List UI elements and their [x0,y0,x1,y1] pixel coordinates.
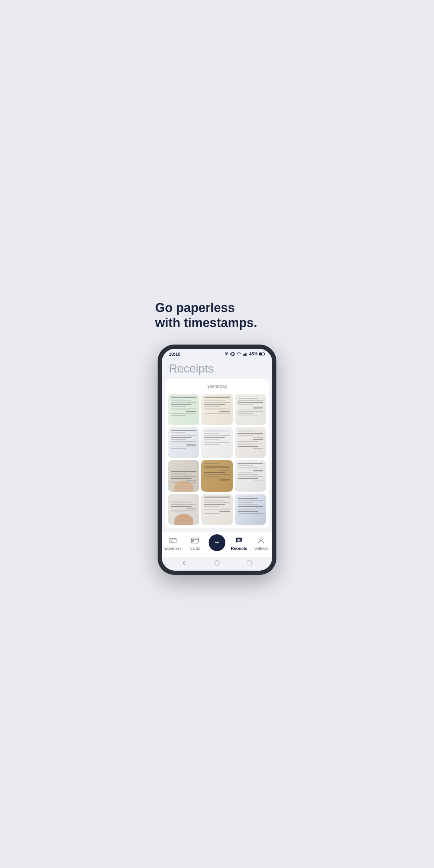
svg-rect-6 [259,353,262,355]
cards-icon [191,536,199,545]
svg-rect-10 [238,539,241,540]
receipt-thumb[interactable] [201,427,232,458]
svg-rect-1 [244,354,245,356]
receipt-thumb[interactable] [168,427,199,458]
svg-rect-3 [246,353,247,356]
android-nav [162,557,272,571]
alarm-icon [224,352,229,356]
headline-line2: with timestamps. [155,315,257,330]
outer-wrapper: Go paperless with timestamps. 18:10 [145,286,289,582]
receipt-thumb[interactable] [168,460,199,491]
app-header: Receipts [162,358,272,379]
android-recents-button[interactable] [246,559,253,566]
receipt-thumb[interactable] [201,394,232,425]
status-time: 18:10 [169,352,180,357]
status-bar: 18:10 [162,349,272,358]
section-date-label: Yesterday [168,382,266,390]
svg-rect-5 [265,353,265,355]
nav-item-receipts[interactable]: Receipts [228,536,250,550]
receipt-thumb[interactable] [235,394,266,425]
nav-item-expenses[interactable]: Expenses [162,536,184,550]
receipt-thumb[interactable] [168,494,199,525]
wifi-icon [237,352,241,356]
nav-item-settings[interactable]: Settings [250,536,272,550]
headline: Go paperless with timestamps. [152,300,257,330]
settings-label: Settings [254,546,268,550]
receipt-grid [168,394,266,525]
receipt-thumb[interactable] [235,427,266,458]
phone-screen: 18:10 [162,349,272,571]
app-screen: Receipts Yesterday [162,358,272,571]
settings-icon [257,536,265,545]
svg-rect-9 [192,541,194,542]
expenses-icon [169,536,177,545]
add-button[interactable] [209,534,225,551]
phone-device: 18:10 [158,345,276,575]
android-back-button[interactable] [181,559,188,566]
svg-point-12 [260,538,262,541]
svg-point-13 [215,560,219,565]
android-home-button[interactable] [214,559,220,566]
nav-item-add[interactable] [206,534,228,552]
svg-rect-2 [245,353,246,356]
receipt-thumb[interactable] [201,494,232,525]
battery-level: 45% [249,352,258,356]
svg-rect-11 [238,540,240,541]
receipt-thumb[interactable] [235,494,266,525]
status-icons: 45% [224,352,265,356]
content-area: Yesterday [165,379,269,528]
headline-line1: Go paperless [155,300,257,315]
vibrate-icon [230,352,235,356]
receipts-icon [235,536,243,545]
svg-rect-14 [247,561,251,565]
receipt-thumb[interactable] [235,460,266,491]
cards-label: Cards [190,546,200,550]
receipt-thumb[interactable] [168,394,199,425]
battery-icon [259,352,265,356]
receipts-label: Receipts [231,546,247,550]
app-title: Receipts [169,362,265,375]
svg-rect-0 [243,354,244,356]
svg-rect-7 [169,538,176,543]
bottom-nav: Expenses Cards [162,531,272,557]
nav-item-cards[interactable]: Cards [184,536,206,550]
signal-icon [243,352,248,356]
expenses-label: Expenses [164,546,181,550]
receipt-thumb[interactable] [201,460,232,491]
